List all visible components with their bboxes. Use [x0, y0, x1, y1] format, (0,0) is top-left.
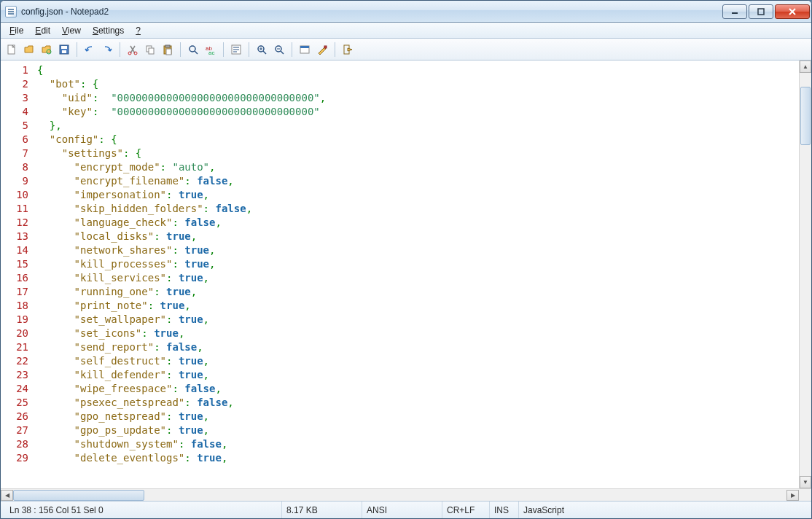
menu-help[interactable]: ?	[130, 24, 147, 37]
toolbar-separator	[180, 42, 181, 57]
open-file-icon[interactable]	[21, 42, 37, 58]
statusbar: Ln 38 : 156 Col 51 Sel 0 8.17 KB ANSI CR…	[1, 501, 811, 518]
close-button[interactable]	[775, 4, 810, 19]
svg-rect-7	[61, 46, 67, 49]
zoom-out-icon[interactable]	[271, 42, 287, 58]
svg-rect-8	[62, 50, 66, 53]
toolbar-separator	[292, 42, 292, 57]
scroll-up-icon[interactable]: ▲	[800, 61, 811, 73]
maximize-button[interactable]	[749, 4, 773, 19]
minimize-button[interactable]	[722, 4, 747, 19]
copy-icon[interactable]	[142, 42, 158, 58]
menubar: File Edit View Settings ?	[1, 23, 811, 39]
menu-edit[interactable]: Edit	[29, 24, 56, 37]
status-language[interactable]: JavaScript	[519, 502, 807, 518]
svg-rect-32	[300, 46, 309, 48]
toolbar-separator	[335, 42, 335, 57]
replace-icon[interactable]: abac	[203, 42, 219, 58]
new-file-icon[interactable]	[4, 42, 20, 58]
horizontal-scroll-thumb[interactable]	[13, 490, 144, 501]
toolbar-separator	[120, 42, 120, 57]
editor: 1234567891011121314151617181920212223242…	[1, 61, 811, 501]
scroll-left-icon[interactable]: ◀	[1, 490, 13, 501]
browse-icon[interactable]	[39, 42, 55, 58]
svg-line-30	[281, 51, 284, 54]
toolbar-separator	[249, 42, 249, 57]
svg-rect-14	[165, 45, 170, 47]
horizontal-scroll-track[interactable]	[13, 490, 786, 501]
svg-line-17	[195, 51, 198, 54]
toolbar-separator	[223, 42, 224, 57]
svg-text:ac: ac	[208, 50, 214, 55]
vertical-scrollbar[interactable]: ▲ ▼	[799, 61, 811, 488]
svg-line-27	[263, 51, 266, 54]
editor-body: 1234567891011121314151617181920212223242…	[1, 61, 811, 488]
status-eol[interactable]: CR+LF	[442, 502, 490, 518]
toolbar: abac	[1, 39, 811, 61]
menu-settings[interactable]: Settings	[87, 24, 130, 37]
scheme-icon[interactable]	[297, 42, 313, 58]
save-icon[interactable]	[56, 42, 72, 58]
code-area[interactable]: { "bot": { "uid": "000000000000000000000…	[34, 61, 799, 488]
paste-icon[interactable]	[160, 42, 176, 58]
customize-icon[interactable]	[314, 42, 330, 58]
svg-rect-12	[149, 48, 154, 54]
app-window: config.json - Notepad2 File Edit View Se…	[0, 0, 812, 519]
svg-rect-1	[758, 9, 764, 15]
window-title: config.json - Notepad2	[21, 7, 722, 17]
scroll-corner	[799, 490, 811, 501]
menu-file[interactable]: File	[4, 24, 29, 37]
toolbar-separator	[77, 42, 77, 57]
zoom-in-icon[interactable]	[254, 42, 270, 58]
status-filesize: 8.17 KB	[282, 502, 362, 518]
svg-rect-15	[166, 49, 171, 55]
wordwrap-icon[interactable]	[228, 42, 244, 58]
titlebar[interactable]: config.json - Notepad2	[1, 1, 811, 23]
status-insert-mode[interactable]: INS	[490, 502, 519, 518]
app-icon	[5, 6, 17, 17]
svg-point-16	[190, 46, 195, 52]
line-number-gutter: 1234567891011121314151617181920212223242…	[1, 61, 34, 488]
vertical-scroll-thumb[interactable]	[800, 87, 811, 145]
scroll-right-icon[interactable]: ▶	[786, 490, 799, 501]
redo-icon[interactable]	[99, 42, 115, 58]
undo-icon[interactable]	[82, 42, 98, 58]
find-icon[interactable]	[185, 42, 201, 58]
svg-rect-33	[324, 46, 327, 48]
cut-icon[interactable]	[125, 42, 141, 58]
horizontal-scrollbar[interactable]: ◀ ▶	[1, 488, 811, 501]
window-controls	[722, 4, 810, 19]
status-encoding[interactable]: ANSI	[362, 502, 442, 518]
scroll-down-icon[interactable]: ▼	[800, 476, 811, 488]
menu-view[interactable]: View	[56, 24, 87, 37]
exit-icon[interactable]	[340, 42, 356, 58]
status-position: Ln 38 : 156 Col 51 Sel 0	[5, 502, 282, 518]
